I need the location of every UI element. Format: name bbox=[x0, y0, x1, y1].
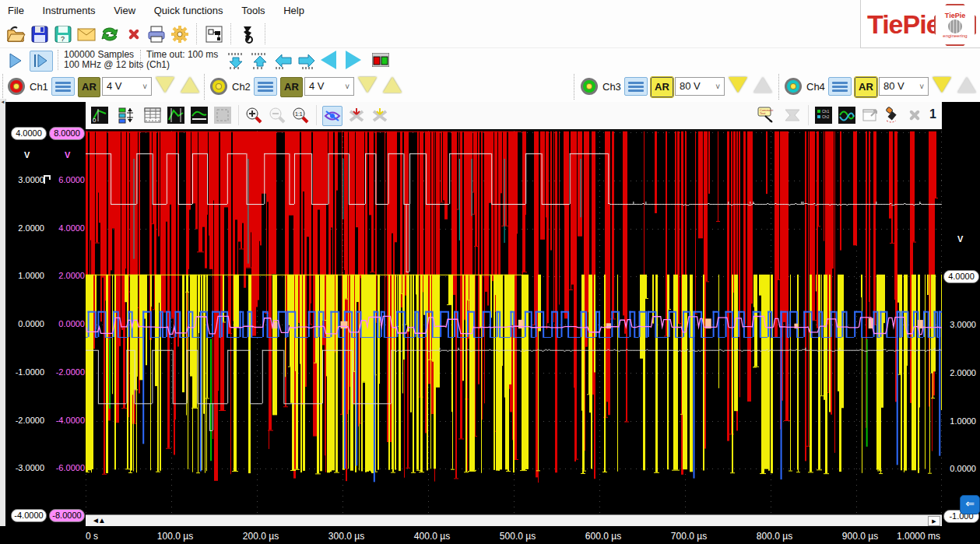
waveform-canvas[interactable] bbox=[86, 129, 942, 514]
zoom-rect-icon[interactable] bbox=[213, 106, 232, 125]
comment-text-icon[interactable]: CommentText bbox=[757, 106, 775, 125]
left-axis-top-label: 4.0000 bbox=[11, 127, 47, 140]
chevron-down-icon: ˅ bbox=[715, 82, 720, 91]
autoscale-zero-icon[interactable]: 0 bbox=[90, 106, 109, 125]
save-icon[interactable] bbox=[30, 24, 50, 44]
close-graph-icon[interactable] bbox=[904, 106, 923, 125]
waveform-window-icon[interactable] bbox=[838, 106, 856, 125]
ch1-range-up-button[interactable] bbox=[181, 77, 202, 97]
timeout-info: Time out: 100 ms (Ch1) bbox=[146, 50, 218, 70]
page-left-glyph bbox=[321, 51, 336, 69]
zoom-vertical-out-icon[interactable] bbox=[227, 51, 246, 70]
scroll-right-button[interactable]: ▶ bbox=[928, 516, 940, 526]
time-tick: 400.0 µs bbox=[414, 531, 450, 542]
autoscale-peak-icon[interactable] bbox=[167, 106, 185, 125]
value-table-icon[interactable] bbox=[143, 106, 162, 125]
page-right-icon[interactable] bbox=[346, 51, 364, 69]
ch1-axis-button[interactable] bbox=[51, 77, 75, 96]
display-settings-icon[interactable] bbox=[372, 53, 391, 72]
ch2-connector-icon[interactable] bbox=[210, 78, 227, 95]
time-tick: 1.0000 ms bbox=[897, 531, 940, 542]
legend-icon[interactable]: Ch1Ch2 bbox=[814, 106, 833, 125]
highlight-eye-icon[interactable] bbox=[322, 106, 342, 126]
svg-text:?: ? bbox=[61, 35, 65, 43]
menu-tools[interactable]: Tools bbox=[234, 0, 272, 22]
menu-help[interactable]: Help bbox=[276, 0, 312, 22]
start-measurement-icon[interactable] bbox=[8, 52, 25, 69]
eraser-icon[interactable] bbox=[883, 106, 901, 125]
ch3-axis-button[interactable] bbox=[624, 77, 648, 96]
zoom-in-icon[interactable] bbox=[244, 106, 263, 125]
ch3-connector-icon[interactable] bbox=[581, 78, 598, 95]
svg-text:1:1: 1:1 bbox=[295, 111, 303, 117]
ch3-range-down-button[interactable] bbox=[729, 77, 750, 97]
svg-text:Ch1: Ch1 bbox=[822, 109, 829, 114]
trigger-position-marker[interactable]: ◄▲ bbox=[92, 516, 104, 525]
left-tick: -2.0000 bbox=[7, 416, 44, 425]
toolbar-separator bbox=[196, 23, 197, 44]
clear-red-marker-icon[interactable] bbox=[347, 106, 366, 125]
envelope-disabled-icon[interactable] bbox=[783, 106, 802, 125]
left-axis2-top-label: 8.0000 bbox=[49, 127, 85, 140]
ch4-axis-button[interactable] bbox=[828, 77, 852, 96]
brand-wordmark: TiePie bbox=[867, 9, 940, 40]
time-tick: 0 s bbox=[86, 531, 98, 542]
ch4-range-select[interactable]: 80 V˅ bbox=[879, 77, 929, 96]
quick-measure-icon[interactable] bbox=[237, 24, 258, 44]
ch2-autorange-button[interactable]: AR bbox=[280, 77, 303, 97]
refresh-icon[interactable] bbox=[100, 24, 120, 44]
ch1-autorange-button[interactable]: AR bbox=[78, 77, 100, 97]
time-tick: 200.0 µs bbox=[243, 531, 279, 542]
ch3-range-up-button[interactable] bbox=[753, 77, 775, 97]
menu-instruments[interactable]: Instruments bbox=[35, 0, 104, 22]
pan-right-icon[interactable] bbox=[297, 51, 316, 70]
ch3-autorange-button[interactable]: AR bbox=[651, 77, 673, 97]
oscilloscope-plot[interactable] bbox=[86, 129, 942, 514]
object-diagram-icon[interactable] bbox=[204, 24, 224, 44]
zoom-one-to-one-icon[interactable]: 1:1 bbox=[291, 106, 310, 125]
menu-view[interactable]: View bbox=[106, 0, 143, 22]
time-tick: 300.0 µs bbox=[328, 531, 364, 542]
time-scrollbar[interactable]: ◄▲ ▶ bbox=[86, 514, 942, 526]
axis-arrange-icon[interactable] bbox=[117, 106, 135, 125]
open-window-icon[interactable] bbox=[861, 106, 880, 125]
menu-file[interactable]: File bbox=[0, 0, 32, 22]
ch4-range-up-button[interactable] bbox=[957, 77, 979, 97]
page-left-icon[interactable] bbox=[321, 51, 339, 69]
print-icon[interactable] bbox=[146, 24, 167, 44]
ch3-range-select[interactable]: 80 V˅ bbox=[675, 77, 725, 96]
open-folder-icon[interactable] bbox=[6, 24, 26, 44]
autoscale-smooth-icon[interactable] bbox=[190, 106, 209, 125]
ch4-connector-icon[interactable] bbox=[785, 78, 802, 95]
remote-support-overlay-icon[interactable]: ⇐ bbox=[960, 495, 980, 514]
ch2-range-select[interactable]: 4 V˅ bbox=[304, 77, 354, 96]
left-axis-panel: 4.0000 8.0000 V V 3.0000 2.0000 1.0000 0… bbox=[5, 102, 86, 526]
ch4-autorange-button[interactable]: AR bbox=[855, 77, 877, 97]
time-axis: 0 s 100.0 µs 200.0 µs 300.0 µs 400.0 µs … bbox=[0, 526, 980, 544]
ch2-range-up-button[interactable] bbox=[383, 77, 405, 97]
pan-left-icon[interactable] bbox=[274, 51, 293, 70]
ch2-axis-button[interactable] bbox=[254, 77, 277, 96]
svg-text:Ch2: Ch2 bbox=[822, 114, 829, 119]
logo-word: TiePie bbox=[945, 12, 965, 19]
zoom-vertical-in-icon[interactable] bbox=[251, 51, 269, 70]
ch1-connector-icon[interactable] bbox=[8, 78, 25, 95]
settings-gear-icon[interactable] bbox=[170, 24, 190, 44]
delete-icon[interactable] bbox=[123, 24, 143, 44]
ch4-range-down-button[interactable] bbox=[933, 77, 954, 97]
email-icon[interactable] bbox=[76, 24, 97, 44]
toolbar-separator bbox=[265, 23, 265, 44]
one-shot-icon[interactable] bbox=[30, 51, 53, 72]
graph-toolbar-separator bbox=[808, 105, 809, 125]
time-tick: 700.0 µs bbox=[671, 531, 707, 542]
zoom-out-icon[interactable] bbox=[268, 106, 286, 125]
ch1-range-down-button[interactable] bbox=[156, 77, 177, 97]
graph-toolbar-separator bbox=[238, 105, 239, 125]
clear-yellow-marker-icon[interactable] bbox=[371, 106, 389, 125]
ch2-range-down-button[interactable] bbox=[358, 77, 380, 97]
save-as-icon[interactable]: ? bbox=[53, 24, 73, 44]
ch1-range-select[interactable]: 4 V˅ bbox=[102, 77, 152, 96]
left-tick2: 4.0000 bbox=[47, 223, 85, 233]
menu-quick-functions[interactable]: Quick functions bbox=[146, 0, 231, 22]
left-tick2: -4.0000 bbox=[47, 416, 85, 425]
